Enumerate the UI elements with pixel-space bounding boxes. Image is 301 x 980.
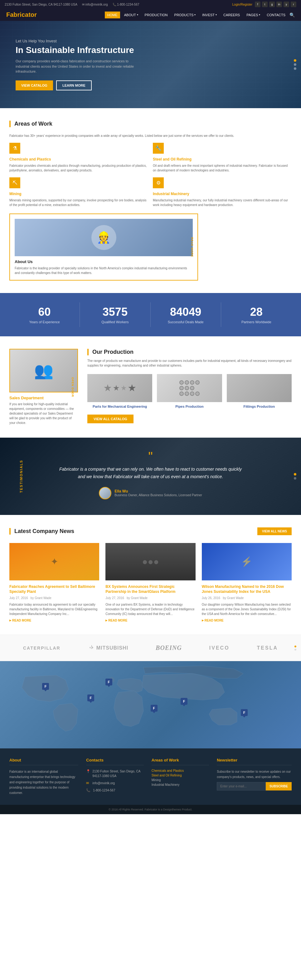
mitsubishi-icon bbox=[88, 644, 95, 651]
facebook-icon[interactable]: f bbox=[255, 2, 260, 7]
googleplus-icon[interactable]: g bbox=[269, 2, 275, 7]
stat-workers-number: 3575 bbox=[83, 305, 147, 318]
areas-section-title: Areas of Work bbox=[10, 121, 291, 127]
product-pipes-name: Pipes Production bbox=[157, 405, 222, 408]
address: 2130 Fulton Street, San Diego, CA 94117-… bbox=[5, 3, 77, 6]
nav-contacts[interactable]: CONTACTS bbox=[264, 11, 288, 18]
map-background: F F F F F F bbox=[0, 661, 301, 748]
news-read-more-3[interactable]: READ MORE bbox=[202, 619, 291, 622]
products-grid: Parts for Mechanical Engineering bbox=[88, 374, 291, 408]
logo: Fabricator bbox=[6, 11, 37, 18]
area-steel-title: Steel and Oil Refining bbox=[153, 157, 291, 161]
search-icon[interactable]: 🔍 bbox=[290, 13, 295, 18]
area-steel-desc: Oil and draft refiners are the most impo… bbox=[153, 163, 291, 173]
view-catalog-button[interactable]: VIEW CATALOG bbox=[16, 80, 53, 91]
footer-email-text: info@mvinlk.org bbox=[92, 781, 115, 786]
social-icons: f t g in y r bbox=[255, 2, 296, 7]
footer-link-mining[interactable]: Mining bbox=[151, 778, 209, 782]
footer: About Fabricator is an international glo… bbox=[0, 748, 301, 805]
nav-about[interactable]: ABOUT ▾ bbox=[122, 11, 141, 18]
production-desc: The range of products we manufacture and… bbox=[88, 358, 291, 368]
partners-section: CATERPILLAR MITSUBISHI BOEING IVECO TESL… bbox=[0, 635, 301, 661]
author-avatar bbox=[99, 487, 111, 500]
footer-areas-title: Areas of Work bbox=[151, 758, 209, 765]
newsletter-email-input[interactable] bbox=[217, 782, 266, 791]
svg-marker-0 bbox=[91, 645, 92, 647]
sales-desc: If you are looking for high-quality indu… bbox=[10, 402, 78, 425]
map-pins-overlay: F F F F F F bbox=[0, 661, 301, 748]
product-fittings-name: Fittings Production bbox=[227, 405, 291, 408]
news-read-more-2[interactable]: READ MORE bbox=[105, 619, 195, 622]
testimonials-nav bbox=[294, 473, 296, 479]
chevron-down-icon: ▾ bbox=[215, 13, 217, 16]
twitter-icon[interactable]: t bbox=[262, 2, 268, 7]
product-mechanical-name: Parts for Mechanical Engineering bbox=[88, 405, 152, 408]
partner-dot-2[interactable] bbox=[295, 649, 296, 651]
area-industrial-desc: Manufacturing industrial machinery, our … bbox=[153, 198, 291, 207]
nav-careers[interactable]: CAREERS bbox=[221, 11, 242, 18]
youtube-icon[interactable]: y bbox=[283, 2, 289, 7]
news-image-3: ⚡ bbox=[202, 543, 291, 581]
nav-home[interactable]: HOME bbox=[105, 11, 120, 18]
stat-deals: 84049 Successful Deals Made bbox=[151, 302, 221, 327]
news-item-3: ⚡ Wilson Manufacturing Named to the 2016… bbox=[202, 543, 291, 622]
email-icon: ✉ bbox=[86, 781, 90, 785]
area-chemicals-desc: Fabricator provides chemicals and plasti… bbox=[10, 163, 148, 173]
stat-deals-number: 84049 bbox=[154, 305, 218, 318]
hero-subtitle: Let Us Help You Invest bbox=[16, 39, 140, 43]
partner-mitsubishi: MITSUBISHI bbox=[88, 644, 128, 651]
chevron-down-icon: ▾ bbox=[194, 13, 196, 16]
author-info: Ella Wu Business Owner, Alliance Busines… bbox=[115, 489, 202, 497]
map-pin-3: F bbox=[88, 694, 94, 702]
nav-products[interactable]: PRODUCTS ▾ bbox=[172, 11, 198, 18]
header: Fabricator HOME ABOUT ▾ PRODUCTION PRODU… bbox=[0, 9, 301, 21]
news-meta-1: July 27, 2016 by Grant Wade bbox=[10, 596, 99, 600]
footer-newsletter-title: Newsletter bbox=[217, 758, 291, 765]
production-right: Our Production The range of products we … bbox=[88, 349, 291, 425]
news-image-2: ●●● bbox=[105, 543, 195, 581]
footer-newsletter-col: Newsletter Subscribe to our newsletter t… bbox=[217, 758, 291, 795]
footer-link-chemicals[interactable]: Chemicals and Plastics bbox=[151, 769, 209, 772]
linkedin-icon[interactable]: in bbox=[276, 2, 282, 7]
view-catalog-button[interactable]: VIEW ALL CATALOG bbox=[88, 415, 134, 423]
nav-production[interactable]: PRODUCTION bbox=[142, 11, 170, 18]
footer-link-industrial[interactable]: Industrial Machinery bbox=[151, 783, 209, 786]
footer-areas-col: Areas of Work Chemicals and Plastics Ste… bbox=[151, 758, 209, 795]
view-all-news-button[interactable]: VIEW ALL NEWS bbox=[257, 527, 291, 535]
footer-about-col: About Fabricator is an international glo… bbox=[10, 758, 78, 795]
nav-invest[interactable]: INVEST ▾ bbox=[200, 11, 219, 18]
hero-dot-1[interactable] bbox=[294, 59, 296, 62]
partner-boeing: BOEING bbox=[156, 644, 182, 651]
partner-dot-1[interactable] bbox=[295, 646, 296, 648]
footer-link-steel[interactable]: Steel and Oil Refining bbox=[151, 774, 209, 777]
newsletter-subscribe-button[interactable]: SUBSCRIBE bbox=[266, 782, 291, 791]
read-more-side[interactable]: READ MORE bbox=[191, 237, 194, 257]
about-title: About Us bbox=[15, 259, 193, 264]
hero-dot-2[interactable] bbox=[294, 63, 296, 66]
footer-address-item: 📍 2130 Fulton Street, San Diego, CA 9411… bbox=[86, 769, 143, 778]
top-bar: 2130 Fulton Street, San Diego, CA 94117-… bbox=[0, 0, 301, 9]
rss-icon[interactable]: r bbox=[291, 2, 296, 7]
chemicals-icon: ⚗ bbox=[10, 143, 20, 154]
learn-more-button[interactable]: LEARN MORE bbox=[56, 80, 92, 91]
footer-phone-item: 📞 1-800-1234-567 bbox=[86, 788, 143, 793]
hero-dot-3[interactable] bbox=[294, 67, 296, 70]
stat-workers-label: Qualified Workers bbox=[83, 320, 147, 324]
nav-pages[interactable]: PAGES ▾ bbox=[244, 11, 263, 18]
news-read-more-1[interactable]: READ MORE bbox=[10, 619, 99, 622]
news-title-3: Wilson Manufacturing Named to the 2016 D… bbox=[202, 584, 291, 595]
stats-bar: 60 Years of Experience 3575 Qualified Wo… bbox=[0, 293, 301, 336]
quote-mark-icon: " bbox=[57, 453, 244, 460]
sales-side-label[interactable]: OPEN DOOR bbox=[71, 377, 74, 397]
testimonial-dot-1[interactable] bbox=[294, 473, 296, 475]
map-pin-5: F bbox=[181, 698, 188, 705]
area-chemicals-title: Chemicals and Plastics bbox=[10, 157, 148, 161]
hero-navigation-dots bbox=[294, 59, 296, 70]
production-title: Our Production bbox=[88, 349, 291, 355]
area-industrial: ⚙ Industrial Machinery Manufacturing ind… bbox=[153, 177, 291, 207]
stat-experience: 60 Years of Experience bbox=[10, 302, 80, 327]
testimonial-dot-2[interactable] bbox=[294, 477, 296, 479]
email: ✉ info@mvinlk.org bbox=[82, 3, 108, 6]
footer-contacts-title: Contacts bbox=[86, 758, 143, 765]
login-link[interactable]: Login/Register bbox=[233, 3, 252, 6]
